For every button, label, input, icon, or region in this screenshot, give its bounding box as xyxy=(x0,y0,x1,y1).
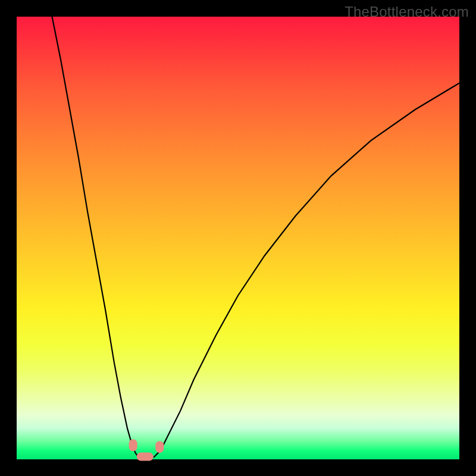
svg-rect-0 xyxy=(129,439,137,451)
trough-marker xyxy=(137,453,154,461)
plot-area xyxy=(17,17,459,459)
right-curve xyxy=(154,83,459,458)
curves-svg xyxy=(17,17,459,459)
right-entry-marker xyxy=(155,441,164,453)
svg-rect-2 xyxy=(137,453,154,461)
svg-rect-1 xyxy=(155,441,164,453)
watermark-text: TheBottleneck.com xyxy=(345,4,469,20)
left-curve xyxy=(52,17,139,457)
markers-group xyxy=(129,439,164,461)
chart-frame: TheBottleneck.com xyxy=(0,0,476,476)
left-entry-marker xyxy=(129,439,137,451)
